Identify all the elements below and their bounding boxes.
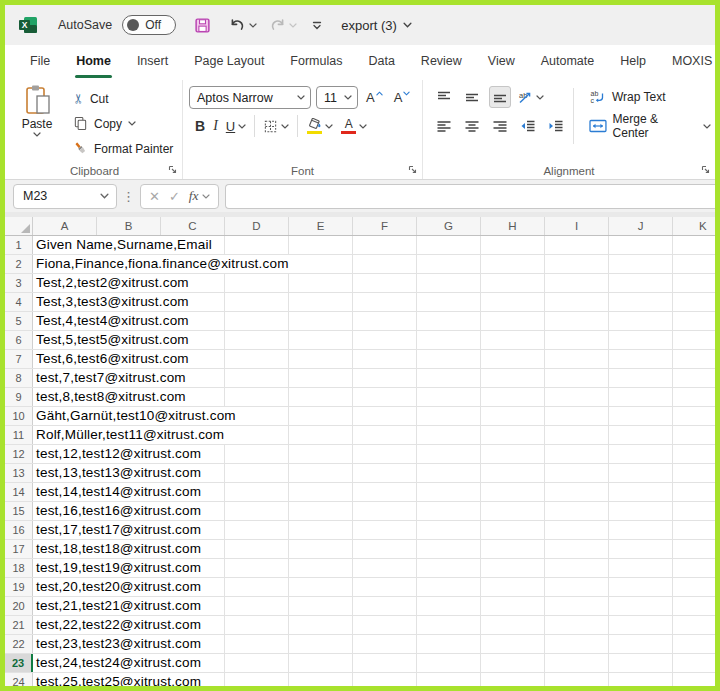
autosave-toggle[interactable]: Off	[122, 15, 176, 35]
column-header-G[interactable]: G	[417, 217, 481, 235]
row-23-cells[interactable]: test,24,test24@xitrust.com	[33, 654, 715, 672]
row-header-10[interactable]: 10	[5, 407, 33, 425]
row-24-cells[interactable]: test,25,test25@xitrust.com	[33, 673, 715, 686]
row-header-23[interactable]: 23	[5, 654, 33, 672]
font-name-combobox[interactable]: Aptos Narrow	[189, 86, 311, 109]
row-header-3[interactable]: 3	[5, 274, 33, 292]
row-header-24[interactable]: 24	[5, 673, 33, 686]
font-color-dropdown-icon[interactable]	[359, 124, 367, 129]
select-all-button[interactable]	[5, 217, 33, 235]
font-color-button[interactable]: A	[341, 118, 367, 134]
clipboard-dialog-launcher-icon[interactable]	[167, 164, 178, 175]
row-header-2[interactable]: 2	[5, 255, 33, 273]
ribbon-tab-file[interactable]: File	[17, 45, 63, 78]
ribbon-tab-moxis[interactable]: MOXIS	[659, 45, 720, 78]
format-painter-button[interactable]: Format Painter	[69, 136, 177, 161]
increase-font-size-button[interactable]: A	[363, 88, 386, 107]
font-size-combobox[interactable]: 11	[316, 86, 358, 109]
column-header-A[interactable]: A	[33, 217, 97, 235]
borders-button[interactable]	[263, 119, 289, 134]
row-3-cells[interactable]: Test,2,test2@xitrust.com	[33, 274, 715, 292]
row-header-7[interactable]: 7	[5, 350, 33, 368]
document-title-menu[interactable]: export (3)	[341, 18, 412, 33]
enter-check-icon[interactable]: ✓	[169, 189, 180, 204]
row-header-6[interactable]: 6	[5, 331, 33, 349]
row-header-21[interactable]: 21	[5, 616, 33, 634]
merge-center-button[interactable]: Merge & Center	[575, 112, 711, 140]
row-21-cells[interactable]: test,22,test22@xitrust.com	[33, 616, 715, 634]
ribbon-tab-view[interactable]: View	[475, 45, 528, 78]
orientation-button[interactable]: ab	[517, 89, 544, 105]
customize-quick-access-toolbar-button[interactable]	[311, 20, 323, 31]
row-header-5[interactable]: 5	[5, 312, 33, 330]
bottom-align-button[interactable]	[489, 86, 511, 108]
wrap-text-button[interactable]: ab c Wrap Text	[575, 89, 666, 105]
cut-button[interactable]: ✂ Cut	[69, 86, 177, 111]
row-12-cells[interactable]: test,12,test12@xitrust.com	[33, 445, 715, 463]
middle-align-button[interactable]	[461, 86, 483, 108]
borders-dropdown-icon[interactable]	[281, 124, 289, 129]
ribbon-tab-formulas[interactable]: Formulas	[277, 45, 355, 78]
orientation-dropdown-icon[interactable]	[536, 95, 544, 100]
copy-dropdown-icon[interactable]	[128, 121, 136, 126]
row-7-cells[interactable]: Test,6,test6@xitrust.com	[33, 350, 715, 368]
fill-color-dropdown-icon[interactable]	[325, 124, 333, 129]
row-header-14[interactable]: 14	[5, 483, 33, 501]
row-header-19[interactable]: 19	[5, 578, 33, 596]
underline-button[interactable]: U	[226, 119, 246, 134]
ribbon-tab-data[interactable]: Data	[355, 45, 407, 78]
row-header-9[interactable]: 9	[5, 388, 33, 406]
row-9-cells[interactable]: test,8,test8@xitrust.com	[33, 388, 715, 406]
insert-function-button[interactable]: fx	[189, 188, 210, 204]
column-header-H[interactable]: H	[481, 217, 545, 235]
row-4-cells[interactable]: Test,3,test3@xitrust.com	[33, 293, 715, 311]
decrease-font-size-button[interactable]: A	[391, 88, 414, 107]
formula-input[interactable]	[225, 184, 715, 209]
fill-color-button[interactable]	[306, 118, 333, 134]
ribbon-tab-page-layout[interactable]: Page Layout	[181, 45, 277, 78]
row-11-cells[interactable]: Rolf,Müller,test11@xitrust.com	[33, 426, 715, 444]
row-14-cells[interactable]: test,14,test14@xitrust.com	[33, 483, 715, 501]
decrease-indent-button[interactable]	[517, 115, 539, 137]
undo-dropdown-icon[interactable]	[249, 23, 257, 28]
row-header-1[interactable]: 1	[5, 236, 33, 254]
row-22-cells[interactable]: test,23,test23@xitrust.com	[33, 635, 715, 653]
row-1-cells[interactable]: Given Name,Surname,Email	[33, 236, 715, 254]
row-header-8[interactable]: 8	[5, 369, 33, 387]
align-center-button[interactable]	[461, 115, 483, 137]
column-header-K[interactable]: K	[673, 217, 715, 235]
italic-button[interactable]: I	[213, 118, 218, 134]
row-header-12[interactable]: 12	[5, 445, 33, 463]
ribbon-tab-automate[interactable]: Automate	[528, 45, 608, 78]
row-header-18[interactable]: 18	[5, 559, 33, 577]
paste-dropdown-icon[interactable]	[33, 132, 41, 137]
merge-center-dropdown-icon[interactable]	[703, 124, 711, 129]
column-header-D[interactable]: D	[225, 217, 289, 235]
bold-button[interactable]: B	[195, 118, 205, 134]
column-header-B[interactable]: B	[97, 217, 161, 235]
row-15-cells[interactable]: test,16,test16@xitrust.com	[33, 502, 715, 520]
ribbon-tab-help[interactable]: Help	[607, 45, 659, 78]
row-header-15[interactable]: 15	[5, 502, 33, 520]
row-header-17[interactable]: 17	[5, 540, 33, 558]
font-dialog-launcher-icon[interactable]	[407, 164, 418, 175]
paste-button[interactable]: Paste	[13, 84, 61, 161]
row-16-cells[interactable]: test,17,test17@xitrust.com	[33, 521, 715, 539]
row-8-cells[interactable]: test,7,test7@xitrust.com	[33, 369, 715, 387]
name-box-dropdown-icon[interactable]	[100, 193, 109, 199]
copy-button[interactable]: Copy	[69, 111, 177, 136]
row-6-cells[interactable]: Test,5,test5@xitrust.com	[33, 331, 715, 349]
align-left-button[interactable]	[433, 115, 455, 137]
save-button[interactable]	[194, 17, 211, 34]
row-5-cells[interactable]: Test,4,test4@xitrust.com	[33, 312, 715, 330]
row-10-cells[interactable]: Gäht,Garnüt,test10@xitrust.com	[33, 407, 715, 425]
row-17-cells[interactable]: test,18,test18@xitrust.com	[33, 540, 715, 558]
row-header-22[interactable]: 22	[5, 635, 33, 653]
row-13-cells[interactable]: test,13,test13@xitrust.com	[33, 464, 715, 482]
row-20-cells[interactable]: test,21,test21@xitrust.com	[33, 597, 715, 615]
ribbon-tab-review[interactable]: Review	[408, 45, 475, 78]
undo-button[interactable]	[229, 17, 257, 34]
row-header-20[interactable]: 20	[5, 597, 33, 615]
cancel-icon[interactable]: ✕	[149, 189, 160, 204]
ribbon-tab-home[interactable]: Home	[63, 45, 124, 78]
